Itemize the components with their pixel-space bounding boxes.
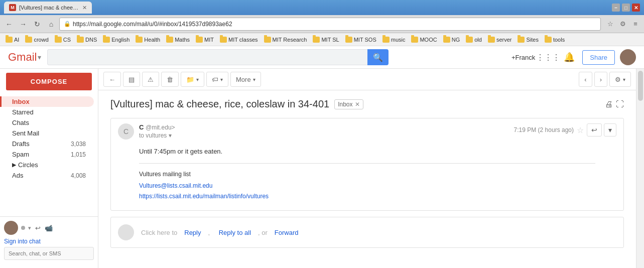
more-button[interactable]: More ▾ — [230, 72, 261, 87]
mailing-list-url-link[interactable]: https://lists.csail.mit.edu/mailman/list… — [139, 192, 595, 201]
bookmark-item-music[interactable]: music — [380, 36, 408, 44]
bookmark-item-ng[interactable]: NG — [441, 36, 463, 44]
chat-call-button[interactable]: ↩ — [34, 223, 42, 233]
window-maximize-button[interactable]: □ — [622, 4, 630, 12]
remove-label-button[interactable]: ✕ — [355, 101, 360, 108]
bookmark-item-crowd[interactable]: crowd — [23, 36, 51, 44]
forward-button[interactable]: → — [17, 18, 29, 30]
folder-icon — [55, 37, 62, 43]
sidebar-item-label: Drafts — [12, 140, 30, 148]
bookmark-label: AI — [14, 37, 19, 43]
share-button[interactable]: Share — [582, 50, 615, 65]
sidebar-item-spam[interactable]: Spam 1,015 — [0, 149, 94, 160]
bookmark-label: MIT — [204, 37, 214, 43]
chat-search-input[interactable] — [4, 247, 94, 260]
bookmark-item-mit-sl[interactable]: MIT SL — [310, 36, 341, 44]
reply-more-button[interactable]: ▾ — [604, 123, 616, 137]
compose-button[interactable]: COMPOSE — [6, 73, 92, 90]
back-button[interactable]: ← — [3, 18, 15, 30]
sidebar-item-ads[interactable]: Ads 4,008 — [0, 170, 94, 181]
bookmark-item-cs[interactable]: CS — [52, 36, 73, 44]
to-dropdown-button[interactable]: ▾ — [169, 132, 172, 139]
settings-button[interactable]: ⚙ ▾ — [609, 72, 631, 87]
back-to-inbox-button[interactable]: ← — [103, 72, 121, 87]
bookmark-item-tools[interactable]: tools — [542, 36, 567, 44]
folder-icon — [466, 37, 473, 43]
window-minimize-button[interactable]: – — [612, 4, 620, 12]
labels-button[interactable]: 🏷 ▾ — [206, 72, 228, 87]
gmail-body: COMPOSE Inbox Starred Chats Sent Mail Dr… — [0, 69, 644, 268]
scrollbar-thumb[interactable] — [638, 71, 643, 101]
window-controls: – □ ✕ — [612, 4, 640, 12]
email-subject: [Vultures] mac & cheese, rice, coleslaw … — [110, 98, 329, 110]
bookmark-item-server[interactable]: server — [485, 36, 514, 44]
extensions-icon[interactable]: ⚙ — [617, 19, 628, 30]
avatar[interactable] — [620, 49, 636, 65]
bookmark-label: MOOC — [420, 37, 437, 43]
bookmark-item-english[interactable]: English — [100, 36, 132, 44]
forward-link[interactable]: Forward — [275, 229, 299, 236]
sidebar-item-circles[interactable]: ▶ Circles — [0, 160, 94, 170]
search-button[interactable]: 🔍 — [367, 49, 389, 65]
chat-status-caret-icon[interactable]: ▾ — [28, 225, 31, 231]
delete-button[interactable]: 🗑 — [161, 72, 179, 87]
bookmark-item-maths[interactable]: Maths — [164, 36, 192, 44]
sidebar-item-chats[interactable]: Chats — [0, 117, 94, 128]
address-bar[interactable]: 🔒 https://mail.google.com/mail/u/0/#inbo… — [59, 18, 601, 31]
window-close-button[interactable]: ✕ — [632, 4, 640, 12]
bookmark-item-old[interactable]: old — [463, 36, 484, 44]
next-email-button[interactable]: › — [594, 72, 607, 87]
bookmark-item-mit[interactable]: MIT — [193, 36, 216, 44]
report-spam-button[interactable]: ⚠ — [142, 72, 159, 87]
prev-email-button[interactable]: ‹ — [579, 72, 592, 87]
scrollbar-area[interactable] — [636, 69, 644, 268]
mailing-list-email-link[interactable]: Vultures@lists.csail.mit.edu — [139, 181, 595, 191]
reply-all-link[interactable]: Reply to all — [219, 229, 251, 236]
star-button[interactable]: ☆ — [577, 125, 584, 135]
sign-into-chat-link[interactable]: Sign into chat — [4, 238, 94, 245]
sidebar-item-inbox[interactable]: Inbox — [0, 96, 94, 107]
tab-title: [Vultures] mac & cheese, rice... — [19, 5, 79, 11]
sidebar-item-drafts[interactable]: Drafts 3,038 — [0, 139, 94, 149]
reload-button[interactable]: ↻ — [31, 18, 43, 30]
sidebar-item-sent[interactable]: Sent Mail — [0, 128, 94, 139]
home-button[interactable]: ⌂ — [45, 18, 57, 30]
reply-area[interactable]: Click here to Reply , Reply to all , or … — [110, 217, 624, 248]
chat-video-button[interactable]: 📹 — [44, 223, 54, 233]
sidebar-item-label: Spam — [12, 151, 29, 158]
browser-tab[interactable]: M [Vultures] mac & cheese, rice... ✕ — [4, 2, 92, 14]
chat-avatar[interactable] — [4, 221, 18, 235]
notifications-button[interactable]: 🔔 — [561, 49, 577, 65]
folder-icon — [345, 37, 352, 43]
bookmark-item-mit-classes[interactable]: MIT classes — [217, 36, 260, 44]
bookmark-star-icon[interactable]: ☆ — [605, 19, 616, 30]
chat-user-row: ▾ ↩ 📹 — [4, 221, 94, 235]
bookmark-item-mooc[interactable]: MOOC — [409, 36, 439, 44]
gmail-logo-caret-icon[interactable]: ▾ — [38, 53, 41, 61]
bookmark-label: Maths — [175, 37, 190, 43]
sidebar-item-count-spam: 1,015 — [71, 151, 86, 158]
gear-icon: ⚙ — [615, 76, 621, 83]
timestamp: 7:19 PM (2 hours ago) — [514, 126, 574, 133]
bookmark-item-sites[interactable]: Sites — [515, 36, 541, 44]
archive-button[interactable]: ▤ — [123, 72, 140, 87]
sender-initial: C — [123, 127, 128, 136]
reply-button[interactable]: ↩ — [587, 123, 602, 137]
bookmark-item-mit-research[interactable]: MIT Research — [262, 36, 310, 44]
print-button[interactable]: 🖨 — [605, 100, 613, 109]
bookmark-item-mit-sos[interactable]: MIT SOS — [343, 36, 379, 44]
bookmark-item-ai[interactable]: AI — [3, 36, 22, 44]
menu-icon[interactable]: ≡ — [630, 19, 641, 30]
bookmark-item-dns[interactable]: DNS — [74, 36, 99, 44]
reply-link[interactable]: Reply — [184, 229, 201, 236]
bookmark-label: old — [474, 37, 482, 43]
sidebar-item-starred[interactable]: Starred — [0, 107, 94, 117]
expand-button[interactable]: ⛶ — [616, 100, 624, 109]
bookmark-item-health[interactable]: Health — [133, 36, 163, 44]
apps-grid-button[interactable]: ⋮⋮⋮ — [540, 49, 556, 65]
folder-icon — [443, 37, 450, 43]
move-to-button[interactable]: 📁 ▾ — [181, 72, 204, 87]
search-input[interactable] — [47, 49, 367, 65]
message-header: C C @mit.edu> to vultures ▾ — [111, 118, 623, 145]
tab-close-icon[interactable]: ✕ — [82, 5, 87, 11]
